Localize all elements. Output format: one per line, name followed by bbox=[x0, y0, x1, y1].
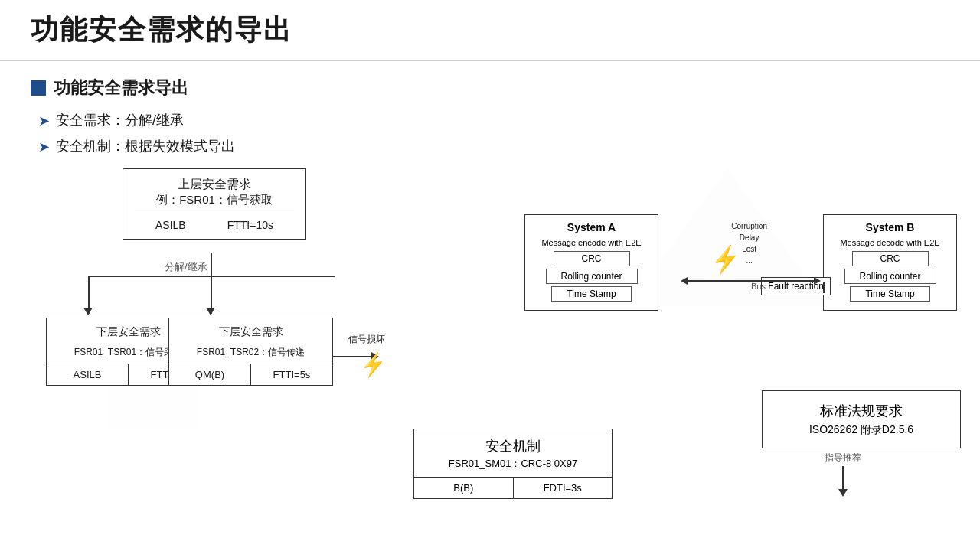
bottom-box-2-title: 下层安全需求 bbox=[169, 318, 332, 346]
system-a-box: System A Message encode with E2E CRC Rol… bbox=[524, 214, 658, 311]
corruption-label-2: Delay bbox=[731, 232, 767, 243]
top-arrow bbox=[211, 253, 212, 276]
bottom-box-3-title: 安全机制 bbox=[414, 429, 612, 457]
main-title: 功能安全需求的导出 bbox=[31, 11, 292, 49]
bottom-box-3-col1: B(B) bbox=[414, 478, 514, 498]
top-req-col1: ASILB bbox=[155, 219, 186, 231]
content-area: 功能安全需求导出 ➤ 安全需求：分解/继承 ➤ 安全机制：根据失效模式导出 上层… bbox=[0, 61, 980, 551]
top-requirement-box: 上层安全需求 例：FSR01：信号获取 ASILB FTTI=10s bbox=[122, 168, 306, 240]
bullet-2: ➤ 安全机制：根据失效模式导出 bbox=[31, 137, 949, 155]
slide: 功能安全需求的导出 功能安全需求导出 ➤ 安全需求：分解/继承 ➤ 安全机制：根… bbox=[0, 0, 980, 551]
top-req-row: ASILB FTTI=10s bbox=[135, 214, 294, 231]
system-a-title: System A bbox=[531, 221, 652, 233]
system-b-box: System B Message decode with E2E CRC Rol… bbox=[823, 214, 957, 311]
system-b-decode: Message decode with E2E bbox=[830, 238, 950, 247]
standard-box: 标准法规要求 ISO26262 附录D2.5.6 bbox=[762, 390, 961, 448]
system-b-crc: CRC bbox=[852, 251, 929, 266]
system-a-rolling: Rolling counter bbox=[546, 269, 638, 284]
bottom-box-3: 安全机制 FSR01_SM01：CRC-8 0X97 B(B) FDTI=3s bbox=[413, 429, 612, 499]
top-req-sub: 例：FSR01：信号获取 bbox=[135, 193, 294, 207]
bottom-box-2-row: QM(B) FTTI=5s bbox=[169, 364, 332, 385]
system-a-timestamp: Time Stamp bbox=[551, 286, 632, 302]
bus-arrow-left-icon bbox=[681, 277, 688, 285]
bus-label: Bus bbox=[751, 282, 766, 291]
bottom-box-3-sub: FSR01_SM01：CRC-8 0X97 bbox=[414, 457, 612, 477]
bullet-1: ➤ 安全需求：分解/继承 bbox=[31, 111, 949, 129]
system-b-timestamp: Time Stamp bbox=[850, 286, 930, 302]
guidance-label: 指导推荐 bbox=[825, 452, 861, 465]
fault-arrow-line bbox=[823, 282, 827, 293]
bus-lightning-icon: ⚡ bbox=[708, 243, 743, 276]
section-square-icon bbox=[31, 80, 46, 96]
top-req-title: 上层安全需求 bbox=[135, 177, 294, 193]
title-bar: 功能安全需求的导出 bbox=[0, 0, 980, 61]
left-arrow-head bbox=[83, 308, 93, 315]
bottom-box-3-col2: FDTI=3s bbox=[514, 478, 612, 498]
corruption-label-1: Corruption bbox=[731, 220, 767, 232]
decompose-label: 分解/继承 bbox=[165, 260, 207, 274]
top-req-col2: FTTI=10s bbox=[227, 219, 273, 231]
standard-title: 标准法规要求 bbox=[778, 402, 945, 420]
system-b-rolling: Rolling counter bbox=[844, 269, 936, 284]
system-b-title: System B bbox=[830, 221, 950, 233]
standard-to-box3-arrow: 指导推荐 bbox=[825, 452, 861, 497]
section-header: 功能安全需求导出 bbox=[31, 77, 949, 99]
bullet-text-1: 安全需求：分解/继承 bbox=[56, 111, 184, 129]
bullet-text-2: 安全机制：根据失效模式导出 bbox=[56, 137, 235, 155]
bottom-box-2-col1: QM(B) bbox=[169, 364, 251, 385]
signal-damage-lightning: ⚡ bbox=[358, 350, 388, 380]
system-a-crc: CRC bbox=[554, 251, 630, 266]
section-title: 功能安全需求导出 bbox=[54, 77, 188, 99]
signal-damage-label: 信号损坏 bbox=[348, 333, 385, 346]
bottom-box-2-col2: FTTI=5s bbox=[251, 364, 332, 385]
standard-sub: ISO26262 附录D2.5.6 bbox=[778, 423, 945, 437]
bus-arrow-right-icon bbox=[814, 277, 821, 285]
bottom-box-1-col1: ASILB bbox=[47, 364, 129, 385]
system-a-encode: Message encode with E2E bbox=[531, 238, 652, 247]
arrow-icon-2: ➤ bbox=[38, 139, 50, 155]
bottom-box-2: 下层安全需求 FSR01_TSR02：信号传递 QM(B) FTTI=5s bbox=[168, 318, 333, 386]
arrow-icon-1: ➤ bbox=[38, 112, 50, 129]
mid-arrow-head bbox=[206, 308, 215, 315]
bottom-box-2-sub: FSR01_TSR02：信号传递 bbox=[169, 346, 332, 364]
bottom-box-3-row: B(B) FDTI=3s bbox=[414, 477, 612, 498]
